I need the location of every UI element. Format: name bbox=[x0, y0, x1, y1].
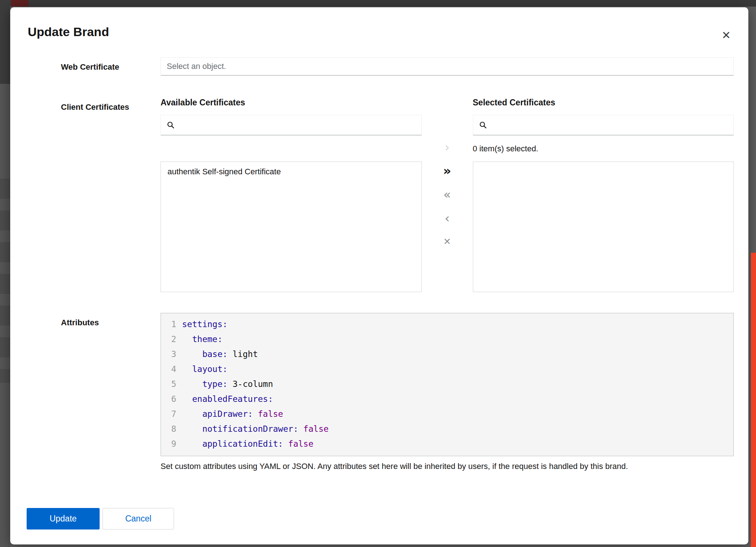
code-line: base: light bbox=[182, 347, 733, 362]
code-line: apiDrawer: false bbox=[182, 407, 733, 422]
search-icon bbox=[167, 121, 175, 129]
search-icon bbox=[479, 121, 487, 129]
background-topbar bbox=[0, 0, 756, 7]
web-certificate-row: Web Certificate bbox=[61, 57, 734, 75]
code-line: theme: bbox=[182, 332, 733, 347]
code-line: enabledFeatures: bbox=[182, 392, 733, 407]
line-number: 8 bbox=[161, 422, 176, 437]
selected-search bbox=[473, 115, 734, 135]
modal-footer: Update Cancel bbox=[27, 508, 748, 529]
code-line: type: 3-column bbox=[182, 377, 733, 392]
available-list[interactable]: authentik Self-signed Certificate bbox=[161, 162, 422, 292]
move-selected-left-button[interactable]: ‹ bbox=[433, 206, 462, 230]
code-line: applicationEdit: false bbox=[182, 437, 733, 451]
selected-certificates-heading: Selected Certificates bbox=[473, 97, 734, 108]
available-search-input[interactable] bbox=[179, 115, 416, 135]
move-all-left-button[interactable]: « bbox=[433, 182, 462, 206]
clear-selected-button[interactable]: ✕ bbox=[433, 230, 462, 253]
modal-title: Update Brand bbox=[28, 24, 748, 40]
available-search bbox=[161, 115, 422, 135]
close-icon: ✕ bbox=[722, 29, 731, 41]
selected-search-input[interactable] bbox=[491, 115, 728, 135]
line-number: 3 bbox=[161, 347, 176, 362]
update-brand-modal: ✕ Update Brand Web Certificate Client Ce… bbox=[10, 7, 748, 544]
update-button[interactable]: Update bbox=[27, 508, 100, 529]
line-number: 2 bbox=[161, 332, 176, 347]
web-certificate-field bbox=[161, 57, 734, 75]
scroll-accent-bar[interactable] bbox=[751, 253, 756, 547]
move-all-right-button[interactable]: » bbox=[433, 159, 462, 182]
selected-count-status: 0 item(s) selected. bbox=[473, 135, 734, 162]
dual-list-controls: ›»«‹✕ bbox=[422, 97, 473, 292]
code-line: notificationDrawer: false bbox=[182, 422, 733, 437]
line-number: 7 bbox=[161, 407, 176, 422]
web-certificate-select-input[interactable] bbox=[161, 57, 734, 75]
line-number: 4 bbox=[161, 362, 176, 377]
client-certificates-label: Client Certificates bbox=[61, 97, 161, 112]
line-number: 1 bbox=[161, 317, 176, 332]
background-sidebar-edge bbox=[0, 0, 10, 547]
update-brand-form: Web Certificate Client Certificates Avai… bbox=[61, 57, 734, 472]
code-gutter: 123456789 bbox=[161, 317, 182, 452]
move-selected-right-button[interactable]: › bbox=[433, 135, 462, 159]
certificate-list-item[interactable]: authentik Self-signed Certificate bbox=[161, 162, 421, 182]
attributes-row: Attributes 123456789 settings: theme: ba… bbox=[61, 313, 734, 472]
code-line: layout: bbox=[182, 362, 733, 377]
selected-list[interactable] bbox=[473, 162, 734, 292]
client-certificates-row: Client Certificates Available Certificat… bbox=[61, 97, 734, 292]
selected-certificates-pane: Selected Certificates 0 item(s) selected… bbox=[473, 97, 734, 292]
background-logo-block bbox=[11, 0, 28, 7]
dual-list-selector: Available Certificates authentik Self-si… bbox=[161, 97, 734, 292]
attributes-code-editor[interactable]: 123456789 settings: theme: base: light l… bbox=[161, 313, 734, 456]
cancel-button[interactable]: Cancel bbox=[103, 508, 174, 529]
web-certificate-label: Web Certificate bbox=[61, 57, 161, 72]
code-content: settings: theme: base: light layout: typ… bbox=[182, 317, 733, 452]
attributes-help-text: Set custom attributes using YAML or JSON… bbox=[161, 461, 734, 472]
code-line: settings: bbox=[182, 317, 733, 332]
line-number: 6 bbox=[161, 392, 176, 407]
line-number: 5 bbox=[161, 377, 176, 392]
line-number: 9 bbox=[161, 437, 176, 451]
available-status-spacer bbox=[161, 135, 422, 162]
attributes-label: Attributes bbox=[61, 313, 161, 327]
available-certificates-heading: Available Certificates bbox=[161, 97, 422, 108]
available-certificates-pane: Available Certificates authentik Self-si… bbox=[161, 97, 422, 292]
close-button[interactable]: ✕ bbox=[722, 30, 731, 41]
attributes-field: 123456789 settings: theme: base: light l… bbox=[161, 313, 734, 472]
